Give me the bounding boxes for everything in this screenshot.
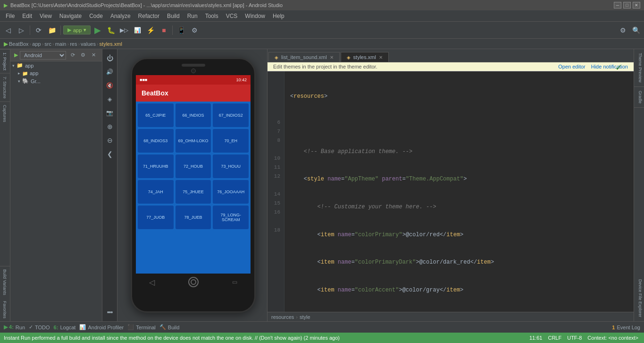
- tree-item-app-root[interactable]: ▾ 📁 app: [10, 61, 102, 69]
- phone-btn-13[interactable]: 78_JUEB: [176, 206, 211, 229]
- volume-up-button[interactable]: 🔊: [104, 66, 116, 78]
- gradle-right-tab[interactable]: Gradle: [634, 87, 644, 108]
- stop-button[interactable]: ■: [158, 24, 170, 36]
- bc-main[interactable]: main: [55, 41, 67, 47]
- phone-btn-3[interactable]: 68_INDIOS3: [138, 129, 174, 153]
- profiler-tool-btn[interactable]: 📊 Android Profiler: [79, 324, 124, 330]
- menu-code[interactable]: Code: [85, 12, 107, 20]
- status-encoding[interactable]: UTF-8: [567, 335, 582, 341]
- phone-btn-2[interactable]: 67_INDIOS2: [213, 103, 249, 127]
- open-editor-link[interactable]: Open editor: [558, 64, 585, 69]
- footer-style[interactable]: style: [300, 314, 310, 320]
- phone-btn-0[interactable]: 65_CJIPIE: [138, 103, 174, 127]
- tab-list-item-sound[interactable]: ◈ list_item_sound.xml ✕: [268, 52, 340, 62]
- close-button[interactable]: ✕: [633, 2, 640, 9]
- volume-down-button[interactable]: 🔇: [104, 79, 116, 92]
- bc-res[interactable]: res: [70, 41, 77, 47]
- project-view-dropdown[interactable]: Android Project: [20, 51, 66, 60]
- sync-button[interactable]: ⟳: [33, 24, 45, 36]
- tree-item-gradle[interactable]: ▾ 🐘 Gr...: [10, 77, 102, 85]
- menu-refactor[interactable]: Refactor: [134, 12, 163, 20]
- theme-preview-tab[interactable]: Theme Preview: [634, 49, 644, 87]
- phone-btn-10[interactable]: 75_JHUEE: [176, 180, 211, 204]
- run-button[interactable]: ▶: [92, 24, 104, 36]
- close-tab-1[interactable]: ✕: [330, 55, 334, 60]
- menu-window[interactable]: Window: [241, 12, 269, 20]
- phone-btn-6[interactable]: 71_HRUUHB: [138, 154, 174, 178]
- menu-help[interactable]: Help: [269, 12, 288, 20]
- more-options-button[interactable]: •••: [104, 306, 116, 318]
- tab-project[interactable]: 1: Project: [0, 49, 10, 73]
- panel-sync-btn[interactable]: ⟳: [68, 51, 77, 60]
- device-file-explorer-tab[interactable]: Device File Explorer: [634, 275, 644, 321]
- screenshot-button[interactable]: 📷: [104, 107, 116, 119]
- phone-btn-8[interactable]: 73_HOUU: [213, 154, 249, 178]
- phone-btn-4[interactable]: 69_OHM-LOKO: [176, 129, 211, 153]
- terminal-tool-btn[interactable]: ⬛ Terminal: [127, 324, 156, 330]
- panel-settings-btn[interactable]: ⚙: [78, 51, 88, 60]
- event-log-btn[interactable]: 1 Event Log: [612, 325, 640, 330]
- tree-item-app-sub[interactable]: ▸ 📁 app: [10, 69, 102, 77]
- phone-recents-btn[interactable]: ▭: [232, 279, 237, 285]
- phone-btn-14[interactable]: 79_LONG-SCREAM: [213, 206, 249, 229]
- open-sdk-button[interactable]: 📁: [46, 24, 58, 36]
- minimize-button[interactable]: ─: [614, 2, 621, 9]
- apply-changes-button[interactable]: ⚡: [144, 24, 157, 36]
- status-line-sep[interactable]: CRLF: [548, 335, 561, 341]
- back-nav-button[interactable]: ❮: [104, 148, 116, 160]
- bc-beatbox[interactable]: BeatBox: [9, 41, 29, 47]
- tab-favorites[interactable]: Favorites: [0, 298, 10, 321]
- zoom-in-button[interactable]: ⊕: [104, 120, 116, 133]
- power-button[interactable]: ⏻: [104, 52, 116, 64]
- phone-btn-9[interactable]: 74_JAH: [138, 180, 174, 204]
- code-editor[interactable]: 6 7 8 10 11 12 14 15 16 18 <resources>: [268, 71, 634, 312]
- maximize-button[interactable]: □: [623, 2, 631, 9]
- bc-file[interactable]: styles.xml: [100, 41, 122, 47]
- panel-close-btn[interactable]: ✕: [89, 51, 98, 60]
- phone-btn-11[interactable]: 76_JOOAAAH: [213, 180, 249, 204]
- tab-build-variants[interactable]: Build Variants: [0, 266, 10, 298]
- code-content[interactable]: <resources> <!-- Base application theme.…: [284, 71, 634, 312]
- back-button[interactable]: ◁: [2, 24, 14, 36]
- rotate-button[interactable]: ◈: [104, 93, 116, 105]
- build-tool-btn[interactable]: 🔨 Build: [159, 324, 179, 330]
- footer-resources[interactable]: resources: [271, 314, 294, 320]
- status-line-col[interactable]: 11:61: [529, 335, 543, 341]
- phone-btn-1[interactable]: 66_INDIOS: [176, 103, 211, 127]
- profile-button[interactable]: 📊: [131, 24, 143, 36]
- tab-structure[interactable]: 7: Structure: [0, 73, 10, 102]
- phone-back-btn[interactable]: ◁: [149, 278, 155, 287]
- sdk-manager-btn[interactable]: ⚙: [188, 24, 201, 36]
- menu-analyze[interactable]: Analyze: [107, 12, 134, 20]
- menu-file[interactable]: File: [2, 12, 18, 20]
- todo-tool-btn[interactable]: ✓ TODO: [29, 324, 50, 330]
- menu-view[interactable]: View: [36, 12, 56, 20]
- zoom-out-button[interactable]: ⊖: [104, 134, 116, 146]
- phone-btn-5[interactable]: 70_EH: [213, 129, 249, 153]
- settings-btn[interactable]: ⚙: [617, 24, 629, 36]
- menu-tools[interactable]: Tools: [201, 12, 222, 20]
- phone-home-btn[interactable]: [188, 277, 199, 287]
- tab-captures[interactable]: Captures: [0, 102, 10, 125]
- phone-btn-7[interactable]: 72_HOUB: [176, 154, 211, 178]
- avd-manager-btn[interactable]: 📱: [175, 24, 187, 36]
- menu-vcs[interactable]: VCS: [222, 12, 242, 20]
- menu-run[interactable]: Run: [184, 12, 201, 20]
- debug-button[interactable]: 🐛: [105, 24, 117, 36]
- run-tool-btn[interactable]: ▶ 4: Run: [4, 324, 25, 330]
- logcat-tool-btn[interactable]: 6: Logcat: [54, 325, 76, 330]
- bc-values[interactable]: values: [81, 41, 96, 47]
- bc-src[interactable]: src: [44, 41, 51, 47]
- menu-navigate[interactable]: Navigate: [56, 12, 85, 20]
- coverage-button[interactable]: ▶▷: [118, 24, 130, 36]
- forward-button[interactable]: ▷: [15, 24, 27, 36]
- phone-btn-12[interactable]: 77_JUOB: [138, 206, 174, 229]
- hide-notification-link[interactable]: Hide notification: [591, 64, 628, 69]
- bc-app[interactable]: app: [32, 41, 41, 47]
- close-tab-2[interactable]: ✕: [379, 55, 383, 60]
- menu-build[interactable]: Build: [163, 12, 184, 20]
- search-everywhere-btn[interactable]: 🔍: [630, 24, 642, 36]
- tab-styles[interactable]: ◈ styles.xml ✕: [341, 52, 389, 62]
- menu-edit[interactable]: Edit: [18, 12, 36, 20]
- run-config-dropdown[interactable]: ▶ app ▾: [63, 26, 91, 34]
